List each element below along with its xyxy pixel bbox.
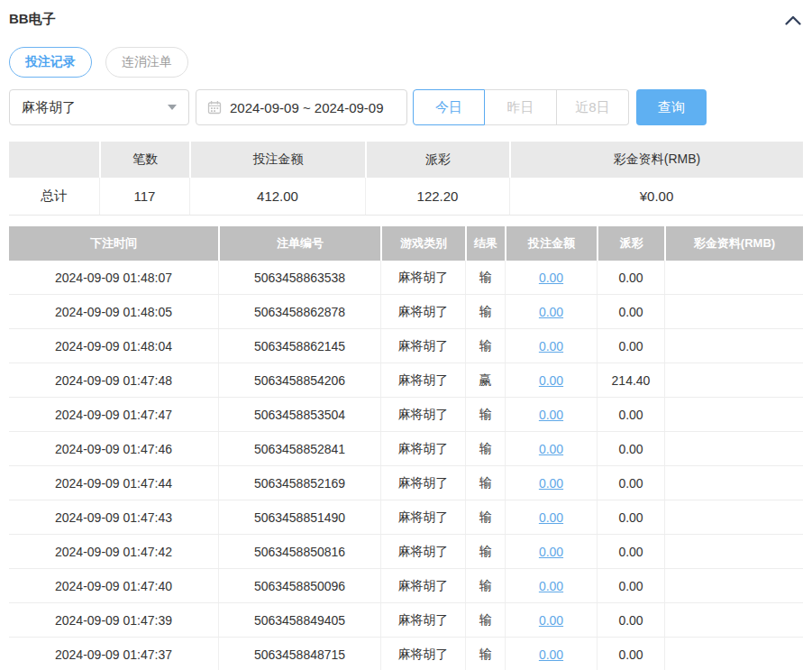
bonus-cell (664, 603, 803, 637)
bonus-cell (664, 569, 803, 602)
payout-cell: 0.00 (597, 295, 664, 328)
game-type-cell: 麻将胡了 (380, 466, 465, 500)
bonus-cell (664, 261, 803, 294)
game-type-cell: 麻将胡了 (380, 329, 465, 363)
collapse-section-button[interactable] (783, 13, 803, 27)
table-row: 2024-09-09 01:48:05 5063458862878 麻将胡了 输… (9, 295, 803, 329)
query-button[interactable]: 查询 (636, 89, 707, 125)
chevron-down-icon (168, 105, 177, 110)
bet-amount-cell: 0.00 (505, 329, 597, 363)
bet-time-cell: 2024-09-09 01:47:40 (9, 569, 218, 602)
summary-total-count: 117 (99, 178, 189, 215)
quick-range-today[interactable]: 今日 (413, 89, 485, 125)
bet-time-cell: 2024-09-09 01:47:37 (9, 638, 218, 670)
bet-amount-link[interactable]: 0.00 (539, 408, 563, 422)
quick-range-label: 近8日 (575, 99, 609, 116)
quick-range-last8days[interactable]: 近8日 (557, 89, 629, 125)
bet-amount-link[interactable]: 0.00 (539, 305, 563, 319)
date-range-picker[interactable]: 2024-09-09 ~ 2024-09-09 (196, 89, 407, 125)
bonus-cell (664, 329, 803, 363)
panel-header: BB电子 (9, 0, 803, 29)
game-type-cell: 麻将胡了 (380, 432, 465, 465)
bet-time-cell: 2024-09-09 01:47:47 (9, 398, 218, 431)
result-cell: 输 (465, 432, 505, 465)
bet-amount-cell: 0.00 (505, 398, 597, 431)
table-row: 2024-09-09 01:47:40 5063458850096 麻将胡了 输… (9, 569, 803, 603)
table-row: 2024-09-09 01:47:39 5063458849405 麻将胡了 输… (9, 603, 803, 638)
bet-time-cell: 2024-09-09 01:48:07 (9, 261, 218, 294)
bet-amount-link[interactable]: 0.00 (539, 373, 563, 388)
bet-amount-cell: 0.00 (505, 466, 597, 500)
bonus-cell (664, 466, 803, 500)
bet-amount-link[interactable]: 0.00 (539, 476, 563, 491)
quick-range-yesterday[interactable]: 昨日 (485, 89, 557, 125)
bet-records-table: 下注时间 注单编号 游戏类别 结果 投注金额 派彩 彩金资料(RMB) 2024… (9, 226, 803, 670)
order-number-cell: 5063458850816 (218, 535, 380, 568)
bet-time-cell: 2024-09-09 01:47:46 (9, 432, 218, 465)
order-number-cell: 5063458863538 (218, 261, 380, 294)
bet-amount-link[interactable]: 0.00 (539, 579, 563, 593)
table-row: 2024-09-09 01:47:44 5063458852169 麻将胡了 输… (9, 466, 803, 500)
quick-range-group: 今日 昨日 近8日 (413, 89, 629, 125)
table-row: 2024-09-09 01:48:07 5063458863538 麻将胡了 输… (9, 261, 803, 295)
payout-cell: 214.40 (597, 363, 664, 397)
bet-amount-link[interactable]: 0.00 (539, 613, 563, 628)
table-row: 2024-09-09 01:47:47 5063458853504 麻将胡了 输… (9, 398, 803, 432)
bet-amount-cell: 0.00 (505, 363, 597, 397)
order-number-cell: 5063458850096 (218, 569, 380, 602)
summary-total-row: 总计 117 412.00 122.20 ¥0.00 (9, 178, 803, 216)
order-number-cell: 5063458851490 (218, 500, 380, 534)
payout-cell: 0.00 (597, 569, 664, 602)
order-number-cell: 5063458862145 (218, 329, 380, 363)
bet-amount-link[interactable]: 0.00 (539, 647, 563, 662)
bet-amount-cell: 0.00 (505, 603, 597, 637)
table-row: 2024-09-09 01:48:04 5063458862145 麻将胡了 输… (9, 329, 803, 363)
summary-header-count: 笔数 (99, 142, 189, 178)
bet-time-cell: 2024-09-09 01:47:43 (9, 500, 218, 534)
payout-cell: 0.00 (597, 398, 664, 431)
bet-time-cell: 2024-09-09 01:47:48 (9, 363, 218, 397)
game-type-cell: 麻将胡了 (380, 261, 465, 294)
payout-cell: 0.00 (597, 638, 664, 670)
result-cell: 输 (465, 603, 505, 637)
summary-header-blank (9, 142, 99, 178)
tab-bet-records[interactable]: 投注记录 (9, 47, 92, 78)
bet-time-cell: 2024-09-09 01:48:04 (9, 329, 218, 363)
table-header-row: 下注时间 注单编号 游戏类别 结果 投注金额 派彩 彩金资料(RMB) (9, 226, 803, 261)
bonus-cell (664, 500, 803, 534)
tab-cancelled-orders[interactable]: 连消注单 (105, 47, 188, 78)
bet-amount-link[interactable]: 0.00 (539, 545, 563, 559)
bet-amount-link[interactable]: 0.00 (539, 271, 563, 285)
record-tabs: 投注记录 连消注单 (9, 47, 803, 78)
header-bet-amount: 投注金额 (505, 226, 597, 261)
summary-table: 笔数 投注金额 派彩 彩金资料(RMB) 总计 117 412.00 122.2… (9, 142, 803, 216)
table-row: 2024-09-09 01:47:48 5063458854206 麻将胡了 赢… (9, 363, 803, 398)
result-cell: 输 (465, 638, 505, 670)
game-type-cell: 麻将胡了 (380, 398, 465, 431)
payout-cell: 0.00 (597, 500, 664, 534)
bet-amount-link[interactable]: 0.00 (539, 510, 563, 525)
result-cell: 输 (465, 329, 505, 363)
bet-time-cell: 2024-09-09 01:47:44 (9, 466, 218, 500)
payout-cell: 0.00 (597, 329, 664, 363)
tab-label: 投注记录 (25, 54, 76, 70)
bonus-cell (664, 363, 803, 397)
quick-range-label: 今日 (435, 99, 462, 116)
bet-amount-link[interactable]: 0.00 (539, 339, 563, 353)
game-type-select[interactable]: 麻将胡了 (9, 89, 189, 125)
order-number-cell: 5063458852841 (218, 432, 380, 465)
game-type-cell: 麻将胡了 (380, 603, 465, 637)
tab-label: 连消注单 (122, 54, 172, 70)
game-type-cell: 麻将胡了 (380, 638, 465, 670)
bet-amount-link[interactable]: 0.00 (539, 442, 563, 456)
bet-amount-cell: 0.00 (505, 569, 597, 602)
date-range-value: 2024-09-09 ~ 2024-09-09 (230, 100, 384, 115)
calendar-icon (207, 100, 222, 115)
payout-cell: 0.00 (597, 535, 664, 568)
result-cell: 输 (465, 261, 505, 294)
result-cell: 输 (465, 535, 505, 568)
game-type-cell: 麻将胡了 (380, 295, 465, 328)
page-title: BB电子 (9, 11, 56, 28)
quick-range-label: 昨日 (507, 99, 534, 116)
bet-records-panel: BB电子 投注记录 连消注单 麻将胡了 (0, 0, 812, 670)
